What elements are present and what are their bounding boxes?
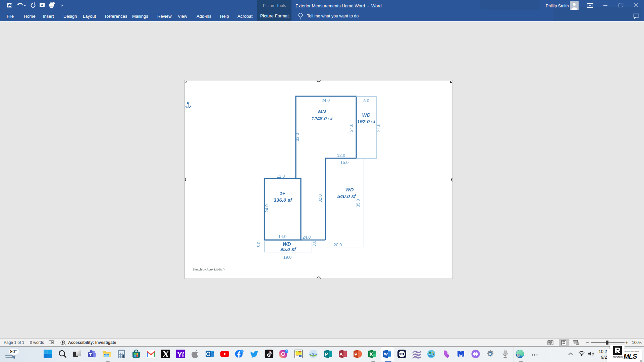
svg-text:P: P — [355, 352, 358, 357]
svg-text:3: 3 — [241, 350, 243, 353]
svg-text:S: S — [312, 352, 314, 357]
svg-text:P: P — [325, 352, 328, 357]
svg-text:REALTOR®: REALTOR® — [613, 356, 624, 358]
svg-text:A: A — [339, 352, 343, 357]
svg-text:3: 3 — [286, 350, 287, 353]
svg-text:MLS: MLS — [624, 353, 637, 360]
